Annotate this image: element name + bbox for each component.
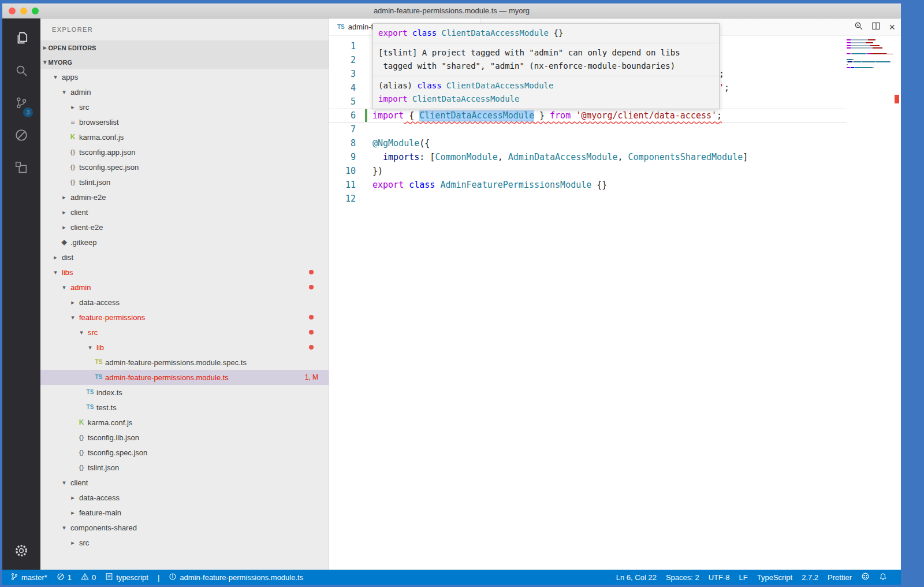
status-feedback[interactable] xyxy=(856,570,874,585)
tree-item-label: tslint.json xyxy=(88,463,119,472)
tree-item[interactable]: {}tsconfig.lib.json xyxy=(40,430,329,445)
activity-item-source-control[interactable]: 3 xyxy=(7,88,36,120)
branch-icon xyxy=(10,573,18,582)
status-0[interactable]: 0 xyxy=(76,570,100,585)
code-line[interactable]: 6import { ClientDataAccessModule } from … xyxy=(329,109,847,122)
zoom-window-button[interactable] xyxy=(32,8,39,14)
tree-item[interactable]: ▸src xyxy=(40,535,329,550)
editor-pane: TS admin-feature-permissions.module.ts ×… xyxy=(329,18,901,570)
tree-item[interactable]: Kkarma.conf.js xyxy=(40,415,329,430)
split-editor-icon[interactable] xyxy=(871,21,881,33)
status-2-7-2[interactable]: 2.7.2 xyxy=(797,570,823,585)
tree-item[interactable]: ▾admin xyxy=(40,280,329,295)
tree-item[interactable]: ▾libs xyxy=(40,265,329,280)
code-token: export xyxy=(378,28,408,38)
tree-item[interactable]: ▾feature-permissions xyxy=(40,310,329,325)
tree-item[interactable]: ≡browserslist xyxy=(40,114,329,129)
open-editors-section[interactable]: ▸ OPEN EDITORS xyxy=(40,40,329,55)
close-editor-icon[interactable]: × xyxy=(889,22,895,32)
tree-item[interactable]: {}tsconfig.app.json xyxy=(40,144,329,159)
status-master[interactable]: master* xyxy=(6,570,52,585)
line-number: 3 xyxy=(329,67,356,81)
activity-item-explorer[interactable] xyxy=(7,23,36,55)
status-1[interactable]: 1 xyxy=(52,570,76,585)
tree-item-label: feature-main xyxy=(79,508,121,517)
code-line[interactable]: 9 imports: [CommonModule, AdminDataAcces… xyxy=(329,150,847,164)
minimize-window-button[interactable] xyxy=(20,8,27,14)
status-lf[interactable]: LF xyxy=(735,570,752,585)
tree-item[interactable]: {}tsconfig.spec.json xyxy=(40,159,329,174)
tree-item[interactable]: ▸client-e2e xyxy=(40,220,329,235)
settings-gear-button[interactable] xyxy=(2,543,40,560)
tree-item[interactable]: TSadmin-feature-permissions.module.ts1, … xyxy=(40,370,329,385)
status-prettier[interactable]: Prettier xyxy=(823,570,856,585)
tree-item[interactable]: {}tslint.json xyxy=(40,460,329,475)
activity-item-search[interactable] xyxy=(7,55,36,88)
minimap-line xyxy=(847,64,893,65)
tree-item[interactable]: ▸data-access xyxy=(40,490,329,505)
tree-item[interactable]: ▸admin-e2e xyxy=(40,190,329,205)
code-token: } xyxy=(534,110,550,121)
minimap[interactable] xyxy=(847,38,893,73)
code-token: {} xyxy=(591,180,607,190)
tree-item[interactable]: TStest.ts xyxy=(40,400,329,415)
status-ln-6-col-22[interactable]: Ln 6, Col 22 xyxy=(612,570,661,585)
overview-ruler-error-marker[interactable] xyxy=(895,95,899,103)
tree-item[interactable]: TSadmin-feature-permissions.module.spec.… xyxy=(40,355,329,370)
line-number: 4 xyxy=(329,81,356,95)
tree-item[interactable]: ▾components-shared xyxy=(40,520,329,535)
tooltip-alias-line: import ClientDataAccessModule xyxy=(378,92,714,106)
code-line[interactable]: 12 xyxy=(329,192,847,206)
folder-arrow: ▸ xyxy=(71,494,74,501)
tree-item[interactable]: {}tslint.json xyxy=(40,174,329,190)
status-bell[interactable] xyxy=(874,570,892,585)
code-token: : [ xyxy=(419,152,435,162)
tree-item[interactable]: ▾client xyxy=(40,475,329,490)
code-token: { xyxy=(404,110,419,121)
status-label: Prettier xyxy=(828,573,852,582)
code-token: ClientDataAccessModule xyxy=(412,94,519,103)
folder-arrow-icon: ▾ xyxy=(85,344,95,351)
ts-spec-file-icon: TS xyxy=(94,359,103,365)
tree-item[interactable]: {}tsconfig.spec.json xyxy=(40,445,329,460)
status-utf-8[interactable]: UTF-8 xyxy=(704,570,735,585)
line-number: 2 xyxy=(329,53,356,67)
tree-item[interactable]: ▸feature-main xyxy=(40,505,329,520)
folder-arrow: ▾ xyxy=(62,479,66,486)
tree-item[interactable]: Kkarma.conf.js xyxy=(40,129,329,144)
code-line[interactable]: 11export class AdminFeaturePermissionsMo… xyxy=(329,178,847,192)
tree-item[interactable]: ▾admin xyxy=(40,84,329,99)
activity-item-extensions[interactable] xyxy=(7,153,36,185)
open-changes-icon[interactable] xyxy=(854,21,863,33)
tree-item[interactable]: ◈.gitkeep xyxy=(40,235,329,250)
tree-item[interactable]: TSindex.ts xyxy=(40,385,329,400)
status-typescript[interactable]: typescript xyxy=(100,570,153,585)
workspace-root-section[interactable]: ▾ MYORG xyxy=(40,55,329,69)
git-status-badge: 1, M xyxy=(305,373,318,381)
code-line[interactable]: 7 xyxy=(329,122,847,136)
minimap-line xyxy=(847,56,893,57)
tree-item[interactable]: ▸client xyxy=(40,205,329,220)
folder-arrow: ▾ xyxy=(54,73,57,81)
gear-icon xyxy=(14,543,29,560)
status-spaces-2[interactable]: Spaces: 2 xyxy=(661,570,704,585)
folder-arrow: ▸ xyxy=(62,224,66,231)
karma-file-icon: K xyxy=(68,133,77,140)
activity-item-debug[interactable] xyxy=(7,120,36,153)
tree-item-label: tsconfig.lib.json xyxy=(88,433,139,442)
code-line[interactable]: 8@NgModule({ xyxy=(329,136,847,150)
titlebar[interactable]: admin-feature-permissions.module.ts — my… xyxy=(2,3,901,18)
close-window-button[interactable] xyxy=(9,8,16,14)
tree-item[interactable]: ▸dist xyxy=(40,250,329,265)
code-line[interactable]: 10}) xyxy=(329,164,847,178)
tree-item[interactable]: ▸src xyxy=(40,99,329,114)
status-typescript[interactable]: TypeScript xyxy=(752,570,797,585)
status-sep[interactable]: | xyxy=(153,570,164,585)
code-token: class xyxy=(409,180,435,190)
tree-item[interactable]: ▸data-access xyxy=(40,295,329,310)
tree-item[interactable]: ▾lib xyxy=(40,340,329,355)
status-admin-feature-permissions-module-ts[interactable]: admin-feature-permissions.module.ts xyxy=(164,570,308,585)
chevron-down-icon: ▾ xyxy=(43,58,47,66)
tree-item[interactable]: ▾src xyxy=(40,325,329,340)
tree-item[interactable]: ▾apps xyxy=(40,69,329,84)
